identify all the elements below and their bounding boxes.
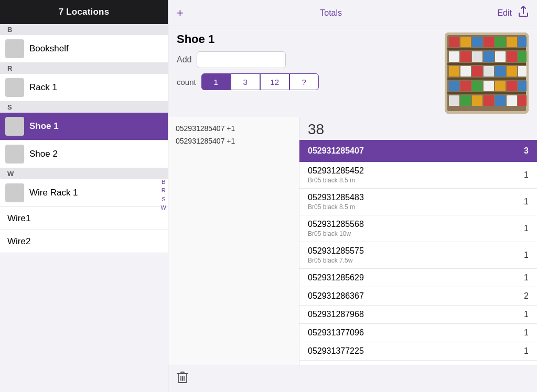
section-letter-r: R	[0, 63, 168, 74]
cell-barcode-5: 052931285629	[299, 269, 476, 287]
svg-rect-2	[447, 48, 526, 50]
sidebar-thumb-shoe1	[5, 117, 24, 136]
sidebar-item-rack1[interactable]: Rack 1	[0, 74, 168, 102]
cell-qty-9: 1	[476, 342, 537, 361]
cell-qty-7: 1	[476, 306, 537, 324]
svg-rect-23	[484, 66, 494, 77]
svg-rect-28	[460, 81, 471, 91]
detail-header: Shoe 1 Add count 1 3 12 ?	[168, 26, 537, 117]
sidebar-item-wirerack1[interactable]: Wire Rack 1	[0, 179, 168, 207]
sidebar-thumb-wirerack1	[5, 183, 24, 202]
total-count: 38	[299, 117, 537, 140]
sidebar-thumb-bookshelf	[5, 39, 24, 58]
cell-barcode-8: 052931377096	[299, 324, 476, 342]
detail-title: Shoe 1	[177, 32, 438, 46]
svg-rect-34	[449, 95, 459, 106]
sidebar-label-shoe1: Shoe 1	[29, 121, 59, 132]
cell-barcode-3: 052931285568 Br05 black 10w	[299, 215, 476, 242]
svg-rect-30	[484, 81, 494, 91]
table-row-4[interactable]: 052931285575 Br05 black 7.5w 1	[299, 242, 537, 269]
count-btn-3[interactable]: 3	[231, 73, 260, 90]
delete-button[interactable]	[177, 371, 188, 386]
table-row-7[interactable]: 052931287968 1	[299, 306, 537, 324]
svg-rect-35	[460, 95, 471, 106]
svg-rect-33	[518, 81, 527, 91]
svg-rect-14	[460, 51, 471, 62]
table-row-5[interactable]: 052931285629 1	[299, 269, 537, 287]
count-btn-12[interactable]: 12	[260, 73, 289, 90]
svg-rect-12	[518, 37, 527, 47]
svg-rect-18	[507, 51, 517, 62]
scan-list: 052931285407 +1 052931285407 +1	[168, 117, 299, 365]
items-table: 052931285407 3 052931285452 Br05 black 8…	[299, 140, 537, 365]
table-row-highlight[interactable]: 052931285407 3	[299, 140, 537, 162]
svg-rect-11	[507, 37, 517, 47]
cell-qty-4: 1	[476, 242, 537, 269]
section-letter-b: B	[0, 24, 168, 35]
table-row-1[interactable]: 052931285452 Br05 black 8.5 m 1	[299, 162, 537, 189]
svg-rect-37	[484, 95, 494, 106]
sidebar-label-wire1: Wire1	[7, 213, 30, 224]
sidebar-item-wire2[interactable]: Wire2	[0, 230, 168, 253]
svg-rect-8	[472, 37, 482, 47]
alpha-scroll: B R S W	[159, 178, 168, 211]
sidebar-title: 7 Locations	[59, 7, 110, 17]
svg-rect-19	[518, 51, 527, 62]
svg-rect-32	[507, 81, 517, 91]
count-btn-1[interactable]: 1	[201, 73, 231, 90]
totals-button[interactable]: Totals	[165, 8, 498, 18]
detail-thumbnail	[445, 32, 529, 114]
detail-area: Shoe 1 Add count 1 3 12 ?	[168, 26, 537, 392]
alpha-b[interactable]: B	[160, 178, 167, 186]
sidebar-item-shoe2[interactable]: Shoe 2	[0, 140, 168, 168]
table-row-8[interactable]: 052931377096 1	[299, 324, 537, 342]
alpha-w[interactable]: W	[159, 204, 168, 211]
table-row-9[interactable]: 052931377225 1	[299, 342, 537, 361]
svg-rect-6	[449, 37, 459, 47]
cell-qty-0: 3	[476, 140, 537, 162]
sidebar-item-wire1[interactable]: Wire1	[0, 207, 168, 230]
svg-rect-29	[472, 81, 482, 91]
cell-qty-3: 1	[476, 215, 537, 242]
table-row-6[interactable]: 052931286367 2	[299, 287, 537, 306]
svg-rect-36	[472, 95, 482, 106]
top-nav: + Totals Edit	[168, 0, 537, 26]
count-label: count	[177, 78, 196, 86]
main-content: + Totals Edit Shoe 1 Add count 1	[168, 0, 537, 392]
items-table-wrap: 38 052931285407 3 052931285452 Br05 blac…	[299, 117, 537, 365]
alpha-s[interactable]: S	[160, 195, 167, 203]
svg-rect-25	[507, 66, 517, 77]
svg-rect-17	[495, 51, 506, 62]
add-input[interactable]	[197, 51, 286, 68]
cell-qty-5: 1	[476, 269, 537, 287]
svg-rect-4	[447, 78, 526, 80]
count-btn-q[interactable]: ?	[289, 73, 319, 90]
sidebar-item-shoe1[interactable]: Shoe 1	[0, 113, 168, 140]
table-row-2[interactable]: 052931285483 Br05 black 8.5 m 1	[299, 189, 537, 215]
svg-rect-13	[449, 51, 459, 62]
cell-barcode-2: 052931285483 Br05 black 8.5 m	[299, 189, 476, 215]
svg-rect-3	[447, 63, 526, 65]
table-row-10[interactable]: 052931377270 …	[299, 361, 537, 365]
sidebar-thumb-shoe2	[5, 145, 24, 164]
share-button[interactable]	[518, 6, 529, 20]
sidebar-item-bookshelf[interactable]: Bookshelf	[0, 35, 168, 63]
count-row: count 1 3 12 ?	[177, 73, 438, 90]
table-row-3[interactable]: 052931285568 Br05 black 10w 1	[299, 215, 537, 242]
cell-qty-2: 1	[476, 189, 537, 215]
scan-entry-0: 052931285407 +1	[173, 122, 295, 135]
svg-rect-7	[460, 37, 471, 47]
sidebar-label-shoe2: Shoe 2	[29, 149, 58, 159]
svg-rect-5	[447, 92, 526, 94]
section-letter-s: S	[0, 102, 168, 113]
detail-header-left: Shoe 1 Add count 1 3 12 ?	[177, 32, 438, 93]
cell-qty-1: 1	[476, 162, 537, 189]
sidebar-thumb-rack1	[5, 78, 24, 97]
section-letter-w: W	[0, 168, 168, 179]
alpha-r[interactable]: R	[160, 187, 167, 194]
svg-rect-27	[449, 81, 459, 91]
svg-rect-21	[460, 66, 471, 77]
svg-rect-20	[449, 66, 459, 77]
edit-button[interactable]: Edit	[497, 8, 512, 18]
sidebar: 7 Locations B Bookshelf R Rack 1 S Shoe …	[0, 0, 168, 392]
